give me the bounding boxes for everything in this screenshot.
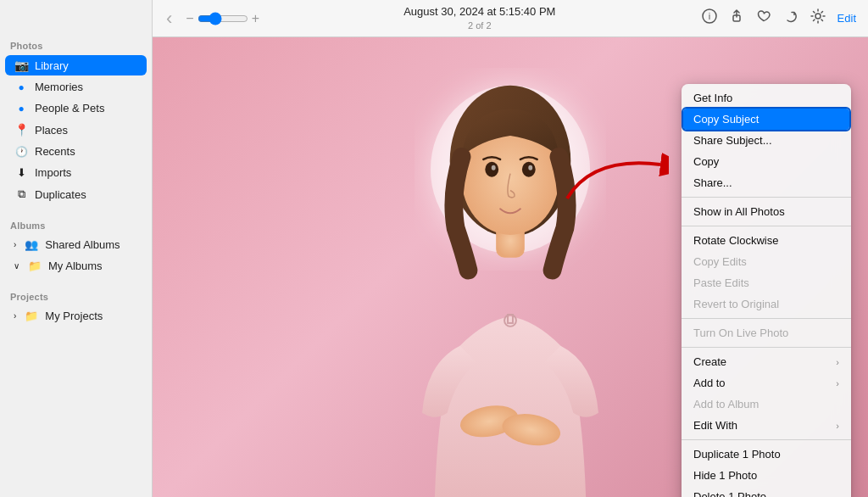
main-area: ‹ − + August 30, 2024 at 5:15:40 PM 2 of… bbox=[153, 0, 868, 497]
sidebar-item-recents[interactable]: 🕐 Recents bbox=[5, 142, 147, 161]
my-albums-icon: 📁 bbox=[27, 260, 42, 272]
menu-item-turn-on-live-photo: Turn On Live Photo bbox=[682, 322, 851, 343]
my-projects-icon: 📁 bbox=[24, 310, 39, 322]
sidebar-item-places[interactable]: 📍 Places bbox=[5, 120, 147, 140]
photo-count: 2 of 2 bbox=[266, 20, 693, 31]
zoom-slider[interactable] bbox=[198, 12, 248, 25]
sidebar-item-label: Duplicates bbox=[35, 188, 86, 201]
svg-text:i: i bbox=[708, 11, 709, 21]
shared-albums-icon: 👥 bbox=[24, 238, 39, 251]
info-button[interactable]: i bbox=[700, 7, 719, 30]
menu-item-create[interactable]: Create › bbox=[682, 351, 851, 372]
projects-section-label: Projects bbox=[0, 285, 152, 305]
sidebar-item-shared-albums[interactable]: › 👥 Shared Albums bbox=[5, 235, 147, 254]
menu-item-add-to-album: Add to Album bbox=[682, 394, 851, 415]
share-button[interactable] bbox=[727, 7, 746, 30]
sidebar-item-my-albums[interactable]: ∨ 📁 My Albums bbox=[5, 256, 147, 276]
sidebar: Photos 📷 Library ● Memories ● People & P… bbox=[0, 0, 153, 497]
menu-item-get-info[interactable]: Get Info bbox=[682, 87, 851, 109]
sidebar-item-label: My Albums bbox=[48, 260, 103, 272]
menu-item-rotate-clockwise[interactable]: Rotate Clockwise bbox=[682, 230, 851, 251]
toolbar: ‹ − + August 30, 2024 at 5:15:40 PM 2 of… bbox=[153, 0, 868, 37]
menu-item-copy-subject[interactable]: Copy Subject bbox=[683, 109, 849, 130]
menu-separator-1 bbox=[682, 197, 851, 198]
svg-point-3 bbox=[815, 14, 821, 19]
toolbar-title: August 30, 2024 at 5:15:40 PM 2 of 2 bbox=[266, 5, 693, 31]
recents-icon: 🕐 bbox=[14, 146, 29, 158]
favorite-button[interactable] bbox=[754, 7, 773, 30]
sidebar-item-people-pets[interactable]: ● People & Pets bbox=[5, 98, 147, 118]
sidebar-item-imports[interactable]: ⬇ Imports bbox=[5, 163, 147, 182]
submenu-chevron: › bbox=[836, 357, 839, 367]
svg-point-11 bbox=[522, 162, 536, 177]
albums-section-label: Albums bbox=[0, 214, 152, 234]
rotate-button[interactable] bbox=[782, 7, 800, 30]
menu-item-share[interactable]: Share... bbox=[682, 172, 851, 193]
menu-item-show-in-all-photos[interactable]: Show in All Photos bbox=[682, 201, 851, 222]
imports-icon: ⬇ bbox=[14, 166, 29, 179]
photo-datetime: August 30, 2024 at 5:15:40 PM bbox=[266, 5, 693, 20]
sidebar-item-library[interactable]: 📷 Library bbox=[5, 55, 147, 75]
sidebar-item-label: People & Pets bbox=[35, 102, 104, 114]
zoom-minus[interactable]: − bbox=[186, 11, 193, 26]
library-icon: 📷 bbox=[14, 59, 29, 72]
menu-separator-3 bbox=[682, 318, 851, 319]
menu-item-share-subject[interactable]: Share Subject... bbox=[682, 130, 851, 151]
menu-item-duplicate-photo[interactable]: Duplicate 1 Photo bbox=[682, 444, 851, 465]
disclosure-icon: › bbox=[14, 311, 16, 321]
menu-item-paste-edits: Paste Edits bbox=[682, 272, 851, 293]
submenu-chevron: › bbox=[836, 421, 839, 431]
sidebar-item-label: My Projects bbox=[45, 310, 103, 322]
photos-section-label: Photos bbox=[0, 34, 152, 54]
sidebar-item-label: Memories bbox=[35, 81, 83, 93]
svg-point-12 bbox=[492, 165, 496, 170]
menu-item-copy-edits: Copy Edits bbox=[682, 251, 851, 272]
menu-item-delete-photo[interactable]: Delete 1 Photo bbox=[682, 486, 851, 497]
context-menu: Get Info Copy Subject Share Subject... C… bbox=[682, 84, 851, 497]
svg-point-13 bbox=[528, 165, 532, 170]
svg-point-10 bbox=[485, 162, 498, 177]
sidebar-item-label: Shared Albums bbox=[45, 238, 120, 251]
duplicates-icon: ⧉ bbox=[14, 187, 29, 201]
photo-area[interactable]: Get Info Copy Subject Share Subject... C… bbox=[153, 37, 868, 497]
menu-item-revert-to-original: Revert to Original bbox=[682, 293, 851, 315]
menu-item-add-to[interactable]: Add to › bbox=[682, 372, 851, 394]
sidebar-item-label: Library bbox=[35, 59, 69, 72]
edit-button[interactable]: Edit bbox=[836, 10, 858, 26]
sidebar-item-label: Places bbox=[35, 124, 68, 137]
places-icon: 📍 bbox=[14, 123, 29, 137]
person-photo bbox=[368, 60, 654, 497]
disclosure-icon: › bbox=[14, 240, 16, 249]
menu-item-copy[interactable]: Copy bbox=[682, 151, 851, 172]
zoom-controls: − + bbox=[186, 11, 259, 26]
zoom-plus[interactable]: + bbox=[252, 11, 259, 26]
menu-item-hide-photo[interactable]: Hide 1 Photo bbox=[682, 465, 851, 486]
toolbar-actions: i Edit bbox=[700, 7, 858, 30]
back-button[interactable]: ‹ bbox=[163, 6, 175, 31]
sidebar-item-my-projects[interactable]: › 📁 My Projects bbox=[5, 306, 147, 326]
submenu-chevron: › bbox=[836, 378, 839, 388]
nav-buttons: ‹ bbox=[163, 6, 175, 31]
people-pets-icon: ● bbox=[14, 103, 29, 114]
menu-separator-2 bbox=[682, 226, 851, 226]
magic-button[interactable] bbox=[809, 7, 827, 30]
sidebar-item-label: Imports bbox=[35, 166, 71, 179]
sidebar-item-memories[interactable]: ● Memories bbox=[5, 77, 147, 97]
memories-icon: ● bbox=[14, 81, 29, 93]
menu-item-edit-with[interactable]: Edit With › bbox=[682, 415, 851, 436]
disclosure-icon: ∨ bbox=[14, 261, 19, 271]
menu-separator-5 bbox=[682, 439, 851, 440]
sidebar-item-duplicates[interactable]: ⧉ Duplicates bbox=[5, 184, 147, 204]
menu-separator-4 bbox=[682, 347, 851, 348]
sidebar-item-label: Recents bbox=[35, 145, 75, 158]
